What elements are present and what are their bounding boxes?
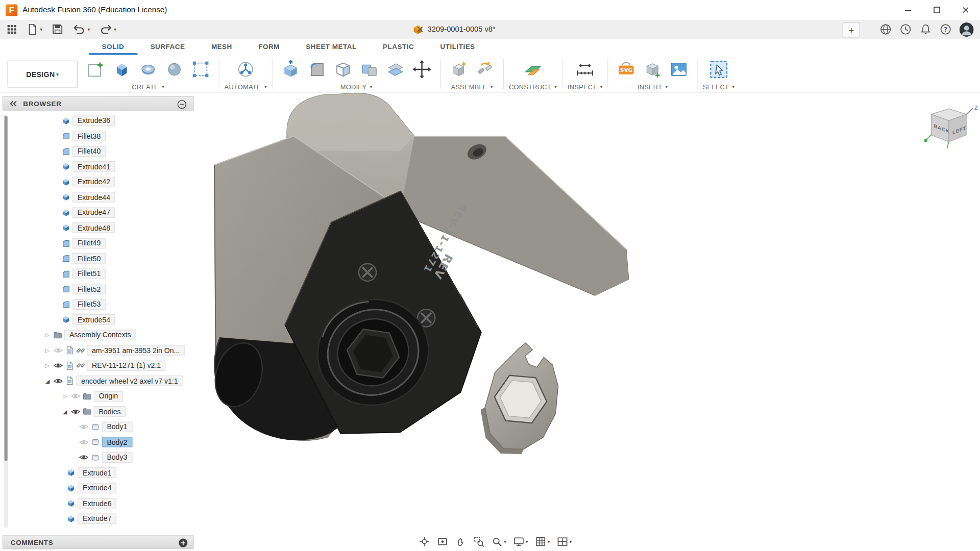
new-tab-button[interactable]: + (843, 22, 860, 37)
visibility-eye-icon[interactable] (70, 407, 81, 417)
visibility-eye-icon[interactable] (79, 422, 89, 432)
automate-button[interactable] (233, 57, 259, 82)
browser-header[interactable]: BROWSER (3, 96, 194, 111)
tree-item-label[interactable]: Extrude47 (72, 207, 115, 218)
group-label-construct[interactable]: CONSTRUCT (509, 83, 551, 90)
tree-item-label[interactable]: am-3951 am-3953 2in On... (87, 345, 185, 356)
offset-face-button[interactable] (383, 57, 409, 82)
revolve-button[interactable] (135, 57, 161, 82)
joint-button[interactable] (472, 57, 498, 82)
construct-plane-button[interactable] (520, 57, 546, 82)
zoom-window-button[interactable] (471, 534, 487, 549)
press-pull-button[interactable] (278, 57, 304, 82)
browser-tree-row[interactable]: Extrude48 (10, 220, 194, 236)
tree-item-label[interactable]: REV-11-1271 (1) v2:1 (87, 360, 166, 371)
tree-item-label[interactable]: Body2 (102, 437, 133, 447)
job-status-clock-icon[interactable] (899, 23, 912, 35)
visibility-eye-icon[interactable] (53, 345, 63, 356)
tree-item-label[interactable]: Fillet49 (72, 238, 106, 248)
browser-tree-row[interactable]: Extrude36 (10, 113, 194, 129)
save-button[interactable] (49, 21, 66, 38)
tree-item-label[interactable]: Extrude48 (72, 222, 115, 233)
display-settings-button[interactable]: ▾ (510, 534, 530, 549)
tree-item-label[interactable]: Origin (94, 391, 123, 402)
browser-tree-row[interactable]: Extrude7 (10, 511, 194, 527)
group-label-select[interactable]: SELECT (703, 83, 729, 90)
help-icon[interactable]: ? (939, 23, 951, 35)
viewports-button[interactable]: ▾ (554, 534, 574, 549)
extensions-globe-icon[interactable] (879, 23, 892, 35)
browser-tree-row[interactable]: Fillet40 (10, 144, 194, 159)
tree-item-label[interactable]: Body1 (102, 421, 133, 432)
file-menu-button[interactable]: ▾ (24, 21, 45, 38)
tree-item-label[interactable]: Fillet52 (72, 284, 106, 294)
tree-item-label[interactable]: Extrude44 (72, 192, 115, 203)
measure-button[interactable] (572, 57, 598, 82)
browser-collapse-icon[interactable] (8, 99, 18, 108)
browser-tree-row[interactable]: Extrude4 (10, 481, 194, 496)
visibility-eye-icon[interactable] (70, 391, 81, 402)
insert-mesh-button[interactable] (640, 57, 666, 82)
add-comment-icon[interactable] (178, 538, 188, 548)
tree-item-label[interactable]: Bodies (94, 406, 126, 417)
browser-tree-row[interactable]: Extrude44 (10, 190, 194, 205)
workspace-selector[interactable]: DESIGN ▾ (8, 61, 78, 88)
browser-tree-row[interactable]: ▷Origin (10, 389, 194, 404)
tree-expand-icon[interactable]: ▷ (61, 393, 69, 399)
group-label-inspect[interactable]: INSPECT (568, 83, 597, 90)
tab-form[interactable]: FORM (245, 39, 292, 55)
browser-tree-row[interactable]: Extrude42 (10, 174, 194, 190)
tab-plastic[interactable]: PLASTIC (370, 39, 427, 55)
redo-button[interactable]: ▾ (96, 20, 119, 38)
browser-tree-row[interactable]: ◢Bodies (10, 404, 194, 419)
browser-tree-row[interactable]: Fillet49 (10, 236, 194, 251)
tree-collapse-icon[interactable]: ◢ (44, 378, 52, 384)
group-label-create[interactable]: CREATE (132, 83, 159, 90)
grid-settings-button[interactable]: ▾ (532, 534, 552, 549)
tree-item-label[interactable]: Extrude6 (78, 498, 116, 509)
tab-sheet-metal[interactable]: SHEET METAL (293, 39, 370, 55)
browser-tree-row[interactable]: Body2 (10, 435, 194, 450)
maximize-button[interactable] (922, 0, 951, 20)
tree-item-label[interactable]: encoder wheel v2 axel v7 v1:1 (76, 375, 183, 386)
select-button[interactable] (705, 57, 731, 82)
browser-tree-row[interactable]: Fillet52 (10, 282, 194, 297)
document-tab[interactable]: 3209-0001-0005 v8* (412, 20, 850, 39)
minimize-button[interactable] (894, 0, 922, 20)
browser-tree-row[interactable]: Fillet53 (10, 297, 194, 312)
viewcube[interactable]: BACK LEFT Z (924, 104, 980, 157)
browser-tree-row[interactable]: Extrude41 (10, 159, 194, 174)
tab-utilities[interactable]: UTILITIES (427, 39, 488, 55)
tree-item-label[interactable]: Body3 (102, 452, 133, 463)
tree-item-label[interactable]: Extrude7 (78, 513, 116, 524)
tree-item-label[interactable]: Extrude36 (72, 115, 115, 126)
pan-button[interactable] (453, 534, 469, 549)
group-label-insert[interactable]: INSERT (638, 83, 662, 90)
browser-tree-row[interactable]: Extrude47 (10, 205, 194, 220)
browser-tree-row[interactable]: Extrude6 (10, 496, 194, 511)
app-grid-icon[interactable] (4, 22, 20, 37)
close-button[interactable] (951, 0, 980, 20)
scrollbar-thumb[interactable] (5, 116, 8, 461)
tree-item-label[interactable]: Extrude41 (72, 161, 115, 172)
fillet-button[interactable] (304, 57, 330, 82)
tree-expand-icon[interactable]: ▷ (44, 332, 52, 338)
notifications-bell-icon[interactable] (919, 23, 932, 35)
tree-expand-icon[interactable]: ▷ (44, 363, 52, 369)
tab-solid[interactable]: SOLID (89, 39, 137, 55)
undo-button[interactable]: ▾ (70, 20, 92, 38)
look-at-button[interactable] (434, 534, 451, 549)
visibility-eye-icon[interactable] (79, 437, 89, 447)
browser-tree-row[interactable]: ◢encoder wheel v2 axel v7 v1:1 (10, 373, 194, 389)
browser-tree-row[interactable]: Extrude1 (10, 465, 194, 481)
user-avatar[interactable] (960, 22, 974, 36)
insert-svg-button[interactable]: SVG (614, 57, 640, 82)
visibility-eye-icon[interactable] (79, 453, 89, 463)
visibility-eye-icon[interactable] (53, 376, 63, 386)
tree-item-label[interactable]: Extrude54 (72, 314, 115, 325)
browser-tree-row[interactable]: ▷am-3951 am-3953 2in On... (10, 343, 194, 358)
tree-item-label[interactable]: Fillet50 (72, 253, 106, 264)
tab-mesh[interactable]: MESH (198, 39, 245, 55)
tree-item-label[interactable]: Extrude42 (72, 177, 115, 187)
comments-bar[interactable]: COMMENTS (3, 535, 194, 549)
